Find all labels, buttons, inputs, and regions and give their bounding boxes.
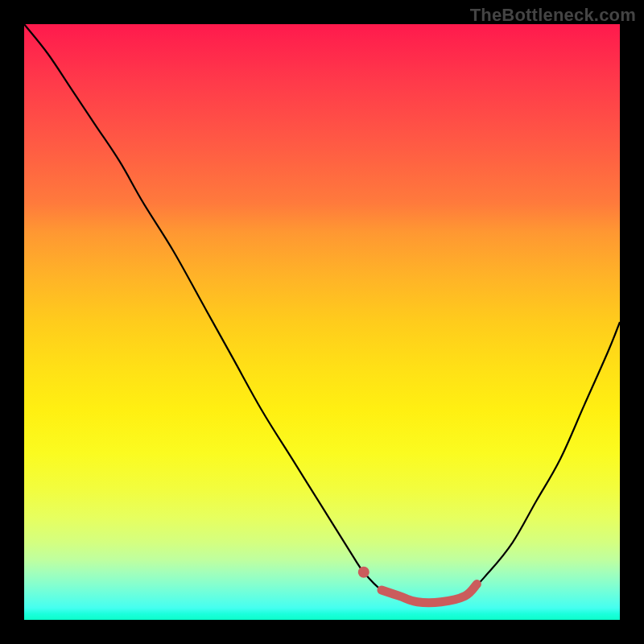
watermark-text: TheBottleneck.com (470, 5, 636, 26)
highlight-segment (382, 584, 477, 603)
bottleneck-curve-svg (24, 24, 620, 620)
chart-frame: TheBottleneck.com (0, 0, 644, 644)
highlight-dot (358, 567, 369, 578)
bottleneck-curve (24, 24, 620, 603)
plot-area (24, 24, 620, 620)
